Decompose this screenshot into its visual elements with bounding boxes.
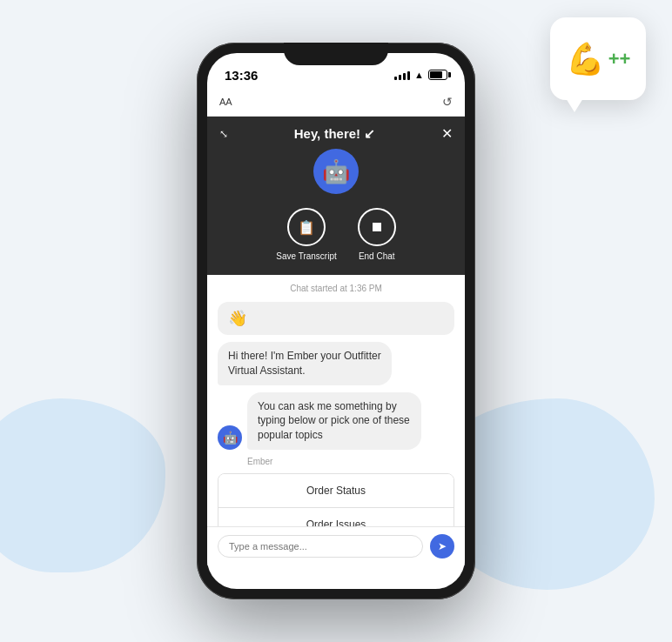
bot-avatar-large: 🤖 xyxy=(313,149,359,194)
signal-icon xyxy=(394,70,410,80)
chat-timestamp: Chat started at 1:36 PM xyxy=(218,284,454,293)
wifi-icon: ▲ xyxy=(414,70,424,80)
message-group-topics: 🤖 You can ask me something by typing bel… xyxy=(218,392,454,466)
end-chat-circle: ⏹ xyxy=(358,208,396,246)
save-transcript-label: Save Transcript xyxy=(276,251,336,261)
bot-avatar-small-emoji: 🤖 xyxy=(223,431,238,445)
message-bubble-2: You can ask me something by typing below… xyxy=(247,392,421,450)
phone-screen: 13:36 ▲ AA ↺ xyxy=(207,53,465,589)
chat-input-bar: ➤ xyxy=(207,526,465,565)
chat-actions: 📋 Save Transcript ⏹ End Chat xyxy=(276,208,395,261)
phone-body: 13:36 ▲ AA ↺ xyxy=(197,43,475,599)
message-group-wave: 👋 xyxy=(218,302,454,335)
muscle-icon: 💪 xyxy=(566,41,605,77)
app-badge: 💪 ++ xyxy=(550,17,646,100)
status-time: 13:36 xyxy=(225,68,258,83)
chat-title: Hey, there! ↙ xyxy=(294,126,376,142)
save-transcript-button[interactable]: 📋 Save Transcript xyxy=(276,208,336,261)
refresh-icon[interactable]: ↺ xyxy=(442,95,453,109)
save-transcript-icon: 📋 xyxy=(298,219,315,236)
chat-header-top: ⤡ Hey, there! ↙ ✕ xyxy=(219,125,453,142)
chat-input[interactable] xyxy=(218,535,423,558)
close-icon[interactable]: ✕ xyxy=(441,125,453,142)
chat-window: ⤡ Hey, there! ↙ ✕ 🤖 📋 Save Transcript xyxy=(207,117,465,565)
expand-icon[interactable]: ⤡ xyxy=(219,128,228,140)
battery-icon xyxy=(428,70,447,80)
bot-avatar-emoji: 🤖 xyxy=(322,158,350,185)
bot-avatar-small: 🤖 xyxy=(218,425,242,450)
plus-plus-label: ++ xyxy=(608,48,631,70)
quick-reply-order-issues[interactable]: Order Issues xyxy=(218,508,454,526)
chat-body: Chat started at 1:36 PM 👋 Hi there! I'm … xyxy=(207,275,465,526)
message-bubble-1: Hi there! I'm Ember your Outfitter Virtu… xyxy=(218,342,392,385)
bot-name-label: Ember xyxy=(247,457,454,466)
end-chat-icon: ⏹ xyxy=(370,219,384,235)
background-blob-left xyxy=(0,398,165,572)
quick-replies: Order Status Order Issues Charged Incorr… xyxy=(218,473,454,526)
message-row-1: Hi there! I'm Ember your Outfitter Virtu… xyxy=(218,342,454,385)
quick-reply-order-status[interactable]: Order Status xyxy=(218,474,454,508)
wave-message: 👋 xyxy=(218,302,454,335)
message-group-intro: Hi there! I'm Ember your Outfitter Virtu… xyxy=(218,342,454,385)
end-chat-label: End Chat xyxy=(359,251,395,261)
send-button[interactable]: ➤ xyxy=(430,534,454,558)
end-chat-button[interactable]: ⏹ End Chat xyxy=(358,208,396,261)
chat-header: ⤡ Hey, there! ↙ ✕ 🤖 📋 Save Transcript xyxy=(207,117,465,275)
phone-notch xyxy=(284,43,388,65)
status-icons: ▲ xyxy=(394,70,447,80)
browser-bar: AA ↺ xyxy=(207,91,465,117)
message-row-2: 🤖 You can ask me something by typing bel… xyxy=(218,392,454,450)
font-size-control[interactable]: AA xyxy=(219,97,232,107)
save-transcript-circle: 📋 xyxy=(287,208,326,246)
phone-frame: 13:36 ▲ AA ↺ xyxy=(197,43,475,599)
